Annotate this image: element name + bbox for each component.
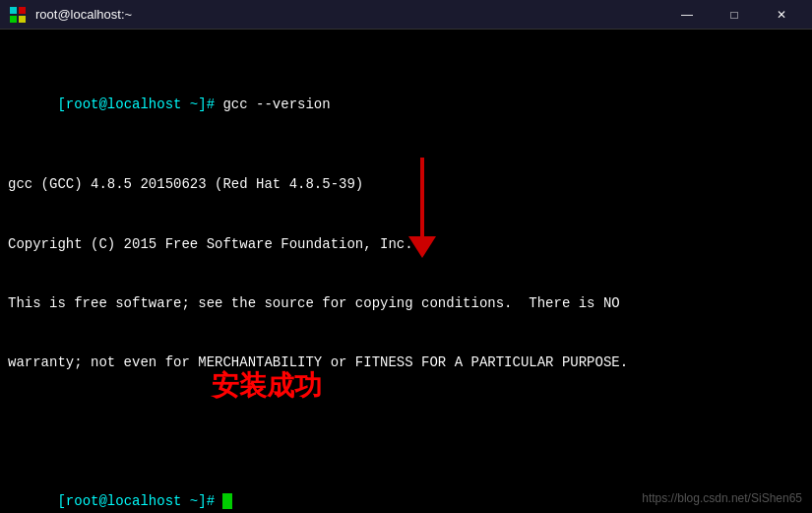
terminal-area[interactable]: [root@localhost ~]# gcc --version gcc (G… (0, 30, 812, 513)
prompt-line1: [root@localhost ~]# (57, 96, 222, 112)
terminal-output: [root@localhost ~]# gcc --version gcc (G… (8, 35, 804, 513)
window-title: root@localhost:~ (35, 7, 664, 22)
window-controls: — □ ✕ (664, 0, 804, 30)
close-button[interactable]: ✕ (759, 0, 804, 30)
arrow-annotation (408, 158, 436, 258)
command-line1: gcc --version (222, 96, 330, 112)
output-line3: Copyright (C) 2015 Free Software Foundat… (8, 234, 804, 255)
svg-rect-0 (10, 7, 17, 14)
titlebar: root@localhost:~ — □ ✕ (0, 0, 812, 30)
terminal-cursor (222, 493, 232, 509)
arrow-shaft (420, 158, 424, 236)
svg-rect-1 (19, 7, 26, 14)
maximize-button[interactable]: □ (712, 0, 757, 30)
app-icon (8, 5, 28, 25)
output-line4: This is free software; see the source fo… (8, 293, 804, 314)
success-label: 安装成功 (212, 367, 322, 405)
output-line5: warranty; not even for MERCHANTABILITY o… (8, 353, 804, 373)
svg-rect-2 (10, 16, 17, 23)
output-line2: gcc (GCC) 4.8.5 20150623 (Red Hat 4.8.5-… (8, 174, 804, 195)
prompt-line7: [root@localhost ~]# (57, 493, 222, 509)
watermark: https://blog.csdn.net/SiShen65 (642, 491, 802, 505)
svg-rect-3 (19, 16, 26, 23)
minimize-button[interactable]: — (664, 0, 710, 30)
arrow-head (408, 236, 436, 258)
